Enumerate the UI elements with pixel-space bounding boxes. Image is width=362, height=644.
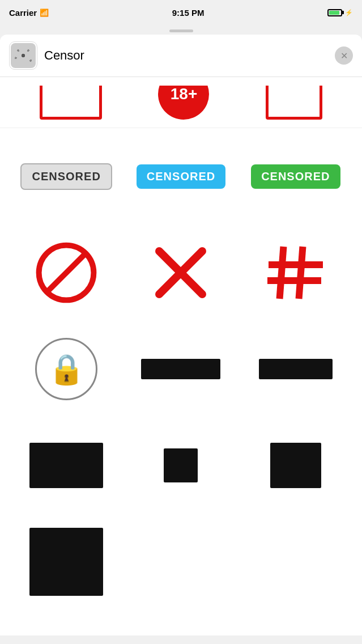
- sticker-cell-black-rect-tall[interactable]: [9, 514, 123, 610]
- sticker-cell-censored-green[interactable]: CENSORED: [239, 128, 353, 224]
- status-bar: Carrier 📶 9:15 PM ⚡: [0, 0, 362, 25]
- app-icon: [9, 41, 37, 70]
- sticker-grid: CENSORED CENSORED CENSORED: [0, 128, 362, 610]
- battery-fill: [329, 11, 339, 15]
- lock-circle-icon: 🔒: [35, 338, 97, 400]
- carrier-info: Carrier 📶: [9, 8, 49, 18]
- app-icon-graphic: [11, 43, 36, 68]
- battery-icon: [327, 9, 342, 16]
- red-border-rect-icon: [40, 86, 102, 120]
- svg-line-4: [280, 250, 283, 295]
- sticker-cell-empty-1: [123, 514, 238, 610]
- hash-symbol-icon: [267, 244, 324, 301]
- sticker-cell-lock[interactable]: 🔒: [9, 321, 123, 417]
- time-display: 9:15 PM: [172, 8, 205, 18]
- sticker-cell-no-symbol[interactable]: [9, 224, 123, 321]
- pull-bar: [169, 29, 193, 32]
- sticker-cell-censored-gray[interactable]: CENSORED: [9, 128, 123, 224]
- svg-line-5: [299, 250, 303, 295]
- x-mark-icon: [152, 244, 209, 301]
- black-bar-medium-icon: [259, 359, 333, 379]
- black-rect-large-icon: [29, 443, 103, 488]
- sticker-cell-black-bar-wide[interactable]: [123, 321, 238, 417]
- sticker-cell-black-bar-medium[interactable]: [239, 321, 353, 417]
- svg-line-1: [47, 253, 86, 292]
- black-rect-small-icon: [164, 448, 198, 482]
- wifi-icon: 📶: [40, 9, 49, 17]
- black-rect-tall-icon: [29, 528, 103, 596]
- sticker-cell-censored-blue[interactable]: CENSORED: [123, 128, 238, 224]
- sticker-cell-black-rect-large[interactable]: [9, 417, 123, 514]
- censored-green-button[interactable]: CENSORED: [251, 164, 340, 189]
- sheet-header: Censor ✕: [0, 35, 362, 77]
- app-title: Censor: [44, 48, 335, 63]
- black-rect-med-icon: [270, 443, 321, 488]
- censored-gray-button[interactable]: CENSORED: [20, 163, 112, 190]
- top-sticker-1[interactable]: [40, 86, 102, 120]
- top-sticker-3[interactable]: [266, 86, 322, 120]
- censored-blue-button[interactable]: CENSORED: [137, 164, 225, 189]
- top-sticker-row: 18+: [0, 77, 362, 128]
- 18-plus-icon: 18+: [158, 86, 209, 120]
- no-symbol-icon: [35, 242, 97, 304]
- battery-area: ⚡: [327, 9, 353, 16]
- pull-indicator-area: [0, 25, 362, 35]
- lock-glyph: 🔒: [48, 352, 85, 387]
- carrier-label: Carrier: [9, 8, 37, 18]
- sticker-cell-black-rect-small[interactable]: [123, 417, 238, 514]
- close-button[interactable]: ✕: [335, 46, 353, 65]
- sticker-cell-black-rect-med[interactable]: [239, 417, 353, 514]
- bottom-sheet: Censor ✕ 18+ CENSORED CENSORED CENSORED: [0, 35, 362, 635]
- sticker-cell-hash[interactable]: [239, 224, 353, 321]
- bolt-icon: ⚡: [345, 9, 353, 16]
- sticker-cell-empty-2: [239, 514, 353, 610]
- top-sticker-2[interactable]: 18+: [158, 86, 209, 120]
- sticker-cell-x-mark[interactable]: [123, 224, 238, 321]
- red-rect-outline-icon: [266, 86, 322, 120]
- black-bar-wide-icon: [141, 359, 220, 379]
